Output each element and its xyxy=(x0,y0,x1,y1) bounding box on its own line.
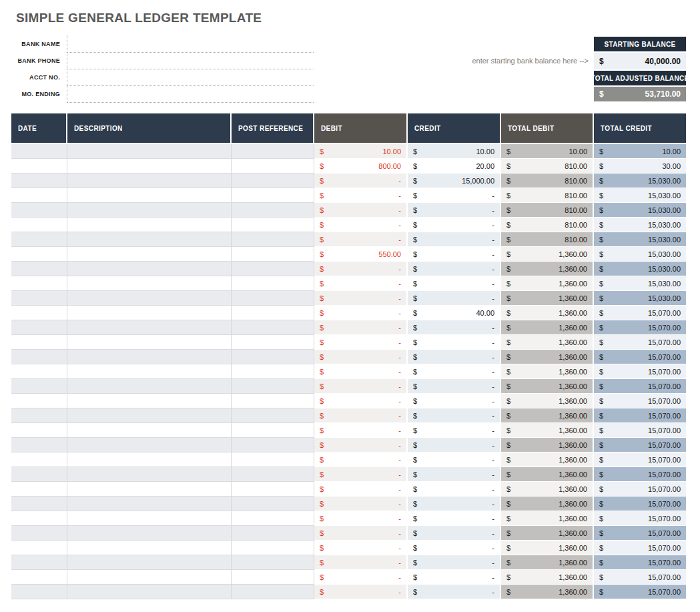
debit-cell[interactable]: $- xyxy=(314,394,408,408)
date-cell[interactable] xyxy=(11,585,67,599)
total-debit-cell[interactable]: $1,360.00 xyxy=(501,585,594,599)
credit-cell[interactable]: $40.00 xyxy=(408,306,501,320)
description-cell[interactable] xyxy=(67,541,232,555)
post-reference-cell[interactable] xyxy=(232,247,314,262)
description-cell[interactable] xyxy=(67,188,232,203)
credit-cell[interactable]: $- xyxy=(408,291,501,306)
credit-cell[interactable]: $- xyxy=(408,438,501,452)
date-cell[interactable] xyxy=(11,159,67,174)
total-credit-cell[interactable]: $10.00 xyxy=(594,144,686,159)
total-credit-cell[interactable]: $15,070.00 xyxy=(594,320,686,335)
post-reference-cell[interactable] xyxy=(232,570,314,585)
date-cell[interactable] xyxy=(11,320,67,335)
credit-cell[interactable]: $- xyxy=(408,203,501,218)
post-reference-cell[interactable] xyxy=(232,394,314,408)
post-reference-cell[interactable] xyxy=(232,144,314,159)
total-debit-cell[interactable]: $810.00 xyxy=(501,174,594,188)
credit-cell[interactable]: $- xyxy=(408,555,501,570)
description-cell[interactable] xyxy=(67,423,232,438)
description-cell[interactable] xyxy=(67,203,232,218)
post-reference-cell[interactable] xyxy=(232,306,314,320)
total-debit-cell[interactable]: $1,360.00 xyxy=(501,306,594,320)
debit-cell[interactable]: $- xyxy=(314,262,408,276)
debit-cell[interactable]: $- xyxy=(314,335,408,350)
debit-cell[interactable]: $- xyxy=(314,467,408,482)
debit-cell[interactable]: $- xyxy=(314,555,408,570)
total-credit-cell[interactable]: $15,070.00 xyxy=(594,570,686,585)
credit-cell[interactable]: $- xyxy=(408,262,501,276)
date-cell[interactable] xyxy=(11,291,67,306)
debit-cell[interactable]: $- xyxy=(314,570,408,585)
description-cell[interactable] xyxy=(67,408,232,423)
debit-cell[interactable]: $550.00 xyxy=(314,247,408,262)
credit-cell[interactable]: $- xyxy=(408,247,501,262)
description-cell[interactable] xyxy=(67,555,232,570)
post-reference-cell[interactable] xyxy=(232,541,314,555)
description-cell[interactable] xyxy=(67,335,232,350)
date-cell[interactable] xyxy=(11,482,67,497)
date-cell[interactable] xyxy=(11,394,67,408)
total-debit-cell[interactable]: $1,360.00 xyxy=(501,320,594,335)
total-credit-cell[interactable]: $15,070.00 xyxy=(594,452,686,467)
date-cell[interactable] xyxy=(11,364,67,379)
description-cell[interactable] xyxy=(67,570,232,585)
description-cell[interactable] xyxy=(67,291,232,306)
debit-cell[interactable]: $- xyxy=(314,423,408,438)
description-cell[interactable] xyxy=(67,467,232,482)
total-debit-cell[interactable]: $1,360.00 xyxy=(501,291,594,306)
total-debit-cell[interactable]: $1,360.00 xyxy=(501,350,594,364)
description-cell[interactable] xyxy=(67,159,232,174)
debit-cell[interactable]: $- xyxy=(314,408,408,423)
total-credit-cell[interactable]: $15,070.00 xyxy=(594,497,686,511)
description-cell[interactable] xyxy=(67,174,232,188)
date-cell[interactable] xyxy=(11,379,67,394)
total-debit-cell[interactable]: $1,360.00 xyxy=(501,511,594,526)
debit-cell[interactable]: $- xyxy=(314,350,408,364)
date-cell[interactable] xyxy=(11,188,67,203)
debit-cell[interactable]: $- xyxy=(314,497,408,511)
post-reference-cell[interactable] xyxy=(232,364,314,379)
credit-cell[interactable]: $- xyxy=(408,585,501,599)
post-reference-cell[interactable] xyxy=(232,232,314,247)
credit-cell[interactable]: $- xyxy=(408,408,501,423)
date-cell[interactable] xyxy=(11,467,67,482)
post-reference-cell[interactable] xyxy=(232,174,314,188)
credit-cell[interactable]: $- xyxy=(408,482,501,497)
description-cell[interactable] xyxy=(67,364,232,379)
post-reference-cell[interactable] xyxy=(232,408,314,423)
post-reference-cell[interactable] xyxy=(232,350,314,364)
total-debit-cell[interactable]: $1,360.00 xyxy=(501,394,594,408)
total-debit-cell[interactable]: $810.00 xyxy=(501,232,594,247)
description-cell[interactable] xyxy=(67,218,232,232)
post-reference-cell[interactable] xyxy=(232,291,314,306)
date-cell[interactable] xyxy=(11,306,67,320)
date-cell[interactable] xyxy=(11,570,67,585)
total-credit-cell[interactable]: $15,070.00 xyxy=(594,350,686,364)
credit-cell[interactable]: $- xyxy=(408,541,501,555)
total-credit-cell[interactable]: $15,070.00 xyxy=(594,585,686,599)
total-credit-cell[interactable]: $15,030.00 xyxy=(594,188,686,203)
total-credit-cell[interactable]: $15,070.00 xyxy=(594,379,686,394)
credit-cell[interactable]: $- xyxy=(408,276,501,291)
credit-cell[interactable]: $10.00 xyxy=(408,144,501,159)
total-debit-cell[interactable]: $1,360.00 xyxy=(501,570,594,585)
total-credit-cell[interactable]: $15,030.00 xyxy=(594,174,686,188)
total-debit-cell[interactable]: $810.00 xyxy=(501,188,594,203)
total-debit-cell[interactable]: $1,360.00 xyxy=(501,364,594,379)
debit-cell[interactable]: $10.00 xyxy=(314,144,408,159)
date-cell[interactable] xyxy=(11,423,67,438)
date-cell[interactable] xyxy=(11,452,67,467)
debit-cell[interactable]: $- xyxy=(314,188,408,203)
bank-phone-input[interactable] xyxy=(67,52,314,69)
description-cell[interactable] xyxy=(67,526,232,541)
post-reference-cell[interactable] xyxy=(232,203,314,218)
total-credit-cell[interactable]: $15,070.00 xyxy=(594,394,686,408)
credit-cell[interactable]: $- xyxy=(408,335,501,350)
total-debit-cell[interactable]: $810.00 xyxy=(501,159,594,174)
debit-cell[interactable]: $- xyxy=(314,306,408,320)
debit-cell[interactable]: $- xyxy=(314,526,408,541)
debit-cell[interactable]: $- xyxy=(314,203,408,218)
description-cell[interactable] xyxy=(67,379,232,394)
date-cell[interactable] xyxy=(11,232,67,247)
date-cell[interactable] xyxy=(11,335,67,350)
